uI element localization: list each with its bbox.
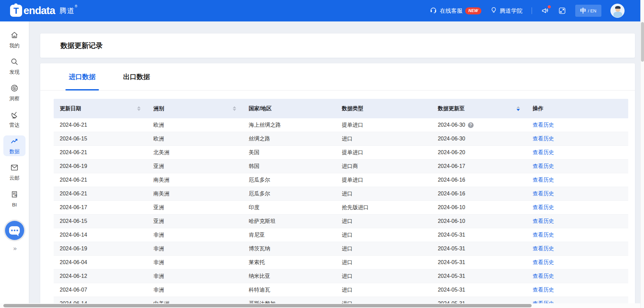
sidebar-item-mail[interactable]: 云邮 — [3, 162, 25, 183]
sidebar-item-explore[interactable]: 发现 — [3, 56, 25, 77]
cell-updated-to: 2024-05-31? — [432, 283, 527, 297]
table-row[interactable]: 2024-06-21 欧洲 海上丝绸之路 提单进口 2024-06-30? 查看… — [54, 118, 628, 132]
user-avatar[interactable] — [610, 4, 625, 18]
updated-to-value: 2024-06-10 — [438, 218, 465, 224]
content-area: 数据更新记录 进口数据 出口数据 更新日期 洲别 — [29, 21, 640, 308]
table-row[interactable]: 2024-06-17 亚洲 印度 抢先版进口 2024-06-10? 查看历史 — [54, 201, 628, 214]
cell-actions: 查看历史 — [527, 173, 628, 187]
cell-continent: 非洲 — [147, 228, 243, 242]
cell-actions: 查看历史 — [527, 283, 628, 297]
col-header-continent[interactable]: 洲别 — [147, 99, 243, 118]
view-history-link[interactable]: 查看历史 — [533, 287, 554, 294]
logo-text: endata — [23, 5, 55, 17]
table-row[interactable]: 2024-06-19 亚洲 韩国 进口商 2024-06-17? 查看历史 — [54, 160, 628, 173]
cell-region: 韩国 — [243, 160, 336, 173]
cell-data-type: 进口 — [336, 283, 432, 297]
cell-update-date: 2024-06-21 — [54, 118, 147, 132]
view-history-link[interactable]: 查看历史 — [533, 218, 554, 225]
updated-to-value: 2024-05-31 — [438, 273, 465, 279]
table-body: 2024-06-21 欧洲 海上丝绸之路 提单进口 2024-06-30? 查看… — [54, 118, 628, 308]
update-records-table: 更新日期 洲别 国家/地区 数据类型 数据更新至 — [54, 99, 628, 308]
cell-update-date: 2024-06-14 — [54, 228, 147, 242]
col-header-updated-to[interactable]: 数据更新至 — [432, 99, 527, 118]
table-row[interactable]: 2024-06-19 非洲 博茨瓦纳 进口 2024-05-31? 查看历史 — [54, 242, 628, 256]
tab-export-data[interactable]: 出口数据 — [120, 63, 153, 90]
table-row[interactable]: 2024-06-15 欧洲 丝绸之路 进口 2024-06-30? 查看历史 — [54, 132, 628, 146]
fullscreen-button[interactable] — [558, 7, 566, 15]
cell-actions: 查看历史 — [527, 118, 628, 132]
view-history-link[interactable]: 查看历史 — [533, 204, 554, 211]
cell-actions: 查看历史 — [527, 256, 628, 269]
view-history-link[interactable]: 查看历史 — [533, 177, 554, 184]
updated-to-value: 2024-06-30 — [438, 122, 465, 128]
view-history-link[interactable]: 查看历史 — [533, 273, 554, 280]
announcements-button[interactable] — [541, 7, 549, 15]
home-icon — [10, 31, 19, 41]
view-history-link[interactable]: 查看历史 — [533, 259, 554, 266]
sort-icon-active-desc[interactable] — [517, 106, 520, 111]
view-history-link[interactable]: 查看历史 — [533, 190, 554, 197]
logo[interactable]: T endata 腾道® — [10, 5, 78, 17]
horizontal-scrollbar-thumb[interactable] — [3, 304, 532, 307]
cell-continent: 南美洲 — [147, 173, 243, 187]
sort-icon[interactable] — [233, 106, 236, 111]
cell-data-type: 提单进口 — [336, 118, 432, 132]
cell-continent: 非洲 — [147, 256, 243, 269]
vertical-scrollbar-thumb[interactable] — [641, 22, 644, 62]
vertical-scrollbar[interactable] — [640, 0, 644, 308]
table-row[interactable]: 2024-06-14 非洲 肯尼亚 进口 2024-05-31? 查看历史 — [54, 228, 628, 242]
cell-region: 博茨瓦纳 — [243, 242, 336, 255]
view-history-link[interactable]: 查看历史 — [533, 135, 554, 142]
sort-icon[interactable] — [137, 106, 141, 111]
mail-icon — [10, 163, 19, 173]
sidebar: 我的 发现 洞察 雷达 数据 云邮 BI BI » — [0, 21, 29, 308]
sidebar-item-radar[interactable]: 雷达 — [3, 109, 25, 130]
horizontal-scrollbar[interactable] — [0, 303, 640, 308]
updated-to-value: 2024-06-10 — [438, 204, 465, 210]
page-title: 数据更新记录 — [60, 41, 103, 50]
view-history-link[interactable]: 查看历史 — [533, 245, 554, 252]
help-icon[interactable]: ? — [468, 122, 474, 128]
view-history-link[interactable]: 查看历史 — [533, 149, 554, 156]
table-row[interactable]: 2024-06-21 北美洲 美国 提单进口 2024-06-20? 查看历史 — [54, 146, 628, 160]
table-row[interactable]: 2024-06-21 南美洲 厄瓜多尔 进口 2024-06-16? 查看历史 — [54, 187, 628, 201]
cell-updated-to: 2024-05-31? — [432, 256, 527, 269]
cell-updated-to: 2024-06-20? — [432, 146, 527, 159]
cell-update-date: 2024-06-04 — [54, 256, 147, 269]
tab-import-data[interactable]: 进口数据 — [65, 63, 99, 90]
bulb-icon — [490, 6, 497, 15]
sidebar-expand-button[interactable]: » — [13, 245, 16, 252]
avatar-body — [613, 12, 622, 18]
sidebar-item-insight[interactable]: 洞察 — [3, 82, 25, 103]
new-badge: NEW — [465, 7, 481, 14]
cell-region: 印度 — [243, 201, 336, 214]
table-row[interactable]: 2024-06-15 亚洲 哈萨克斯坦 进口 2024-06-10? 查看历史 — [54, 214, 628, 228]
view-history-link[interactable]: 查看历史 — [533, 122, 554, 129]
table-row[interactable]: 2024-06-12 非洲 纳米比亚 进口 2024-05-31? 查看历史 — [54, 269, 628, 283]
cell-continent: 欧洲 — [147, 132, 243, 145]
table-row[interactable]: 2024-06-07 非洲 科特迪瓦 进口 2024-05-31? 查看历史 — [54, 283, 628, 297]
cell-region: 海上丝绸之路 — [243, 118, 336, 132]
cell-update-date: 2024-06-15 — [54, 132, 147, 145]
cell-updated-to: 2024-06-30? — [432, 132, 527, 145]
view-history-link[interactable]: 查看历史 — [533, 232, 554, 239]
cell-updated-to: 2024-05-31? — [432, 269, 527, 283]
chat-fab-button[interactable] — [5, 221, 24, 240]
language-toggle[interactable]: 中 / EN — [575, 5, 601, 17]
sidebar-item-data[interactable]: 数据 — [3, 135, 25, 156]
col-header-update-date[interactable]: 更新日期 — [54, 99, 147, 118]
nav-divider — [532, 7, 532, 14]
cell-data-type: 进口商 — [336, 160, 432, 173]
cell-data-type: 提单进口 — [336, 173, 432, 187]
online-support-link[interactable]: 在线客服 NEW — [430, 6, 481, 15]
table-row[interactable]: 2024-06-21 南美洲 厄瓜多尔 提单进口 2024-06-16? 查看历… — [54, 173, 628, 187]
view-history-link[interactable]: 查看历史 — [533, 163, 554, 170]
table-header-row: 更新日期 洲别 国家/地区 数据类型 数据更新至 — [54, 99, 628, 118]
academy-link[interactable]: 腾道学院 — [490, 6, 523, 15]
cell-actions: 查看历史 — [527, 228, 628, 242]
lang-en-label: / EN — [588, 8, 596, 13]
table-row[interactable]: 2024-06-04 非洲 莱索托 进口 2024-05-31? 查看历史 — [54, 256, 628, 269]
sidebar-item-my[interactable]: 我的 — [3, 29, 25, 50]
updated-to-value: 2024-06-17 — [438, 163, 465, 169]
sidebar-item-bi[interactable]: BI BI — [3, 188, 25, 209]
